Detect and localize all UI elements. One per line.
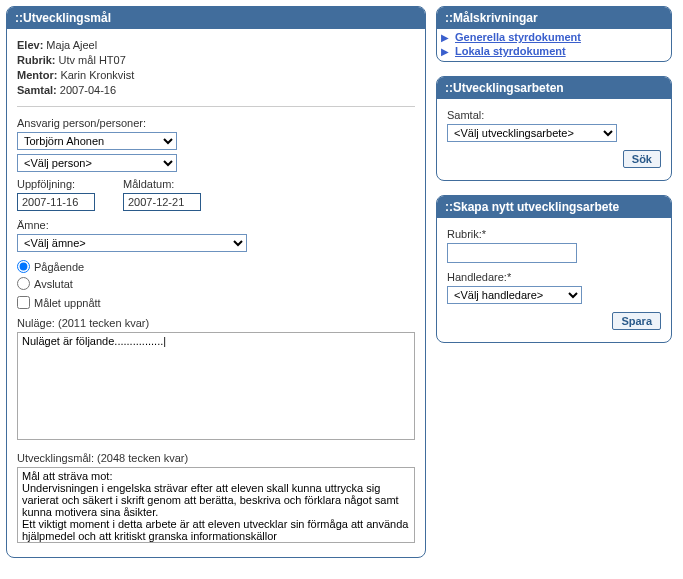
person-select-1[interactable]: Torbjörn Ahonen: [17, 132, 177, 150]
samtal-label: Samtal:: [447, 109, 661, 121]
triangle-icon: ▶: [441, 46, 449, 57]
rubrik-input[interactable]: [447, 243, 577, 263]
skapa-nytt-panel: ::Skapa nytt utvecklingsarbete Rubrik:* …: [436, 195, 672, 343]
uppfoljning-input[interactable]: [17, 193, 95, 211]
utvecklingsmal-panel: ::Utvecklingsmål Elev: Maja Ajeel Rubrik…: [6, 6, 426, 558]
malet-uppnatt-label: Målet uppnått: [34, 297, 101, 309]
rubrik-line: Rubrik: Utv mål HT07: [17, 54, 415, 66]
utvecklingsarbeten-header: ::Utvecklingsarbeten: [437, 77, 671, 99]
sok-button[interactable]: Sök: [623, 150, 661, 168]
lokala-styrdokument-link[interactable]: Lokala styrdokument: [455, 45, 566, 57]
maldatum-input[interactable]: [123, 193, 201, 211]
triangle-icon: ▶: [441, 32, 449, 43]
avslutat-radio[interactable]: [17, 277, 30, 290]
pagaende-radio[interactable]: [17, 260, 30, 273]
pagaende-label: Pågående: [34, 261, 84, 273]
utvecklingsmal-header: ::Utvecklingsmål: [7, 7, 425, 29]
utvecklingsarbeten-panel: ::Utvecklingsarbeten Samtal: <Välj utvec…: [436, 76, 672, 181]
utvecklingsarbete-select[interactable]: <Välj utvecklingsarbete>: [447, 124, 617, 142]
utvmal-label: Utvecklingsmål: (2048 tecken kvar): [17, 452, 415, 464]
malet-uppnatt-checkbox[interactable]: [17, 296, 30, 309]
generella-styrdokument-link[interactable]: Generella styrdokument: [455, 31, 581, 43]
utvmal-textarea[interactable]: [17, 467, 415, 543]
spara-button[interactable]: Spara: [612, 312, 661, 330]
handledare-select[interactable]: <Välj handledare>: [447, 286, 582, 304]
divider: [17, 106, 415, 107]
maldatum-label: Måldatum:: [123, 178, 201, 190]
elev-line: Elev: Maja Ajeel: [17, 39, 415, 51]
uppfoljning-label: Uppföljning:: [17, 178, 95, 190]
avslutat-label: Avslutat: [34, 278, 73, 290]
rubrik-label: Rubrik:*: [447, 228, 661, 240]
ansvarig-label: Ansvarig person/personer:: [17, 117, 415, 129]
skapa-nytt-header: ::Skapa nytt utvecklingsarbete: [437, 196, 671, 218]
malskrivningar-panel: ::Målskrivningar ▶ Generella styrdokumen…: [436, 6, 672, 62]
nulage-label: Nuläge: (2011 tecken kvar): [17, 317, 415, 329]
nulage-textarea[interactable]: [17, 332, 415, 440]
samtal-line: Samtal: 2007-04-16: [17, 84, 415, 96]
malskrivningar-header: ::Målskrivningar: [437, 7, 671, 29]
mentor-line: Mentor: Karin Kronkvist: [17, 69, 415, 81]
amne-label: Ämne:: [17, 219, 415, 231]
amne-select[interactable]: <Välj ämne>: [17, 234, 247, 252]
person-select-2[interactable]: <Välj person>: [17, 154, 177, 172]
handledare-label: Handledare:*: [447, 271, 661, 283]
